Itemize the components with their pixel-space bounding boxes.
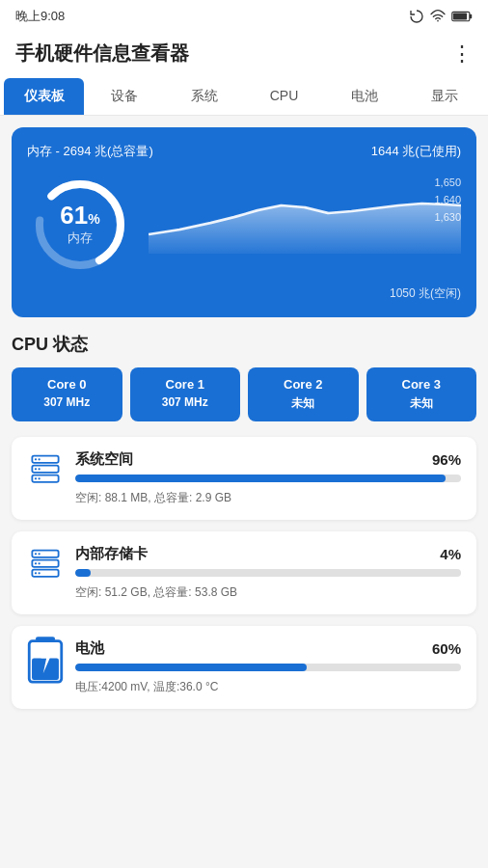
screen-rotate-icon — [409, 9, 424, 24]
system-storage-card: 系统空间 96% 空闲: 88.1 MB, 总容量: 2.9 GB — [12, 437, 476, 520]
internal-storage-fill — [75, 569, 91, 577]
battery-percent-display: 60% — [432, 640, 461, 657]
memory-card: 内存 - 2694 兆(总容量) 1644 兆(已使用) 61% 内存 — [12, 127, 476, 317]
svg-rect-2 — [470, 14, 472, 19]
cpu-core-1: Core 1 307 MHz — [130, 367, 241, 421]
svg-point-0 — [437, 20, 439, 22]
header: 手机硬件信息查看器 ⋮ — [0, 33, 488, 78]
core-3-freq: 未知 — [372, 395, 472, 412]
battery-progress — [75, 664, 461, 671]
storage-internal-icon — [29, 547, 62, 585]
system-storage-title-row: 系统空间 96% — [75, 450, 461, 469]
svg-rect-27 — [32, 659, 59, 680]
system-storage-fill — [75, 475, 446, 482]
page-title: 手机硬件信息查看器 — [15, 41, 189, 67]
internal-storage-info: 内部存储卡 4% 空闲: 51.2 GB, 总容量: 53.8 GB — [75, 545, 461, 601]
cpu-section-title: CPU 状态 — [12, 333, 476, 356]
chart-label-low: 1,630 — [434, 211, 461, 223]
battery-header: 电池 60% 电压:4200 mV, 温度:36.0 °C — [27, 639, 461, 695]
gauge-percent: 61% — [60, 203, 99, 228]
gauge-sup: % — [88, 211, 99, 227]
internal-storage-title-row: 内部存储卡 4% — [75, 545, 461, 563]
battery-fill — [75, 664, 307, 671]
main-content: 内存 - 2694 兆(总容量) 1644 兆(已使用) 61% 内存 — [0, 116, 488, 732]
chart-label-mid: 1,640 — [434, 194, 461, 205]
tab-dashboard[interactable]: 仪表板 — [4, 78, 84, 115]
chart-svg — [149, 176, 461, 254]
battery-detail: 电压:4200 mV, 温度:36.0 °C — [75, 680, 218, 693]
tab-cpu[interactable]: CPU — [244, 78, 324, 115]
battery-title: 电池 — [75, 639, 104, 658]
storage-system-icon — [29, 452, 62, 491]
memory-gauge: 61% 内存 — [27, 172, 133, 278]
core-2-freq: 未知 — [254, 395, 353, 412]
tab-display[interactable]: 显示 — [404, 78, 484, 115]
core-0-freq: 307 MHz — [17, 395, 117, 409]
gauge-text: 61% 内存 — [60, 203, 99, 247]
core-3-name: Core 3 — [372, 377, 472, 392]
system-storage-title: 系统空间 — [75, 450, 133, 469]
gauge-label: 内存 — [60, 230, 99, 247]
memory-total-label: 内存 - 2694 兆(总容量) — [27, 143, 153, 160]
memory-footer: 1050 兆(空闲) — [27, 285, 461, 302]
battery-info: 电池 60% 电压:4200 mV, 温度:36.0 °C — [75, 639, 461, 695]
status-bar: 晚上9:08 — [0, 0, 488, 33]
core-1-name: Core 1 — [136, 377, 235, 392]
cpu-cores: Core 0 307 MHz Core 1 307 MHz Core 2 未知 … — [12, 367, 476, 421]
core-0-name: Core 0 — [17, 377, 117, 392]
memory-body: 61% 内存 — [27, 172, 461, 278]
chart-labels: 1,650 1,640 1,630 — [434, 176, 461, 223]
internal-storage-progress — [75, 569, 461, 577]
memory-chart: 1,650 1,640 1,630 — [149, 176, 461, 273]
status-time: 晚上9:08 — [15, 8, 65, 25]
system-storage-percent: 96% — [432, 451, 461, 468]
wifi-icon — [430, 9, 446, 24]
system-storage-icon-container — [27, 450, 64, 493]
cpu-core-0: Core 0 307 MHz — [12, 367, 122, 421]
system-storage-header: 系统空间 96% 空闲: 88.1 MB, 总容量: 2.9 GB — [27, 450, 461, 506]
tab-bar: 仪表板 设备 系统 CPU 电池 显示 — [0, 78, 488, 116]
cpu-core-2: Core 2 未知 — [248, 367, 359, 421]
battery-card: 电池 60% 电压:4200 mV, 温度:36.0 °C — [12, 626, 476, 709]
memory-used-label: 1644 兆(已使用) — [371, 143, 461, 160]
internal-storage-percent: 4% — [440, 546, 461, 562]
system-storage-progress — [75, 475, 461, 482]
internal-storage-detail: 空闲: 51.2 GB, 总容量: 53.8 GB — [75, 585, 237, 599]
tab-device[interactable]: 设备 — [84, 78, 164, 115]
internal-storage-icon-container — [27, 545, 64, 587]
tab-system[interactable]: 系统 — [164, 78, 244, 115]
chart-label-high: 1,650 — [434, 176, 461, 188]
core-2-name: Core 2 — [254, 377, 353, 392]
core-1-freq: 307 MHz — [136, 395, 235, 409]
internal-storage-card: 内部存储卡 4% 空闲: 51.2 GB, 总容量: 53.8 GB — [12, 531, 476, 614]
svg-marker-6 — [149, 203, 461, 254]
battery-icon-container — [27, 639, 64, 682]
battery-title-row: 电池 60% — [75, 639, 461, 658]
cpu-core-3: Core 3 未知 — [366, 367, 477, 421]
battery-card-icon — [27, 635, 64, 687]
svg-rect-3 — [453, 13, 467, 19]
tab-battery[interactable]: 电池 — [324, 78, 404, 115]
battery-status-icon — [451, 11, 473, 22]
internal-storage-header: 内部存储卡 4% 空闲: 51.2 GB, 总容量: 53.8 GB — [27, 545, 461, 601]
more-menu-button[interactable]: ⋮ — [451, 41, 473, 67]
status-icons — [409, 9, 473, 24]
system-storage-detail: 空闲: 88.1 MB, 总容量: 2.9 GB — [75, 491, 231, 504]
memory-header: 内存 - 2694 兆(总容量) 1644 兆(已使用) — [27, 143, 461, 160]
system-storage-info: 系统空间 96% 空闲: 88.1 MB, 总容量: 2.9 GB — [75, 450, 461, 506]
internal-storage-title: 内部存储卡 — [75, 545, 148, 563]
